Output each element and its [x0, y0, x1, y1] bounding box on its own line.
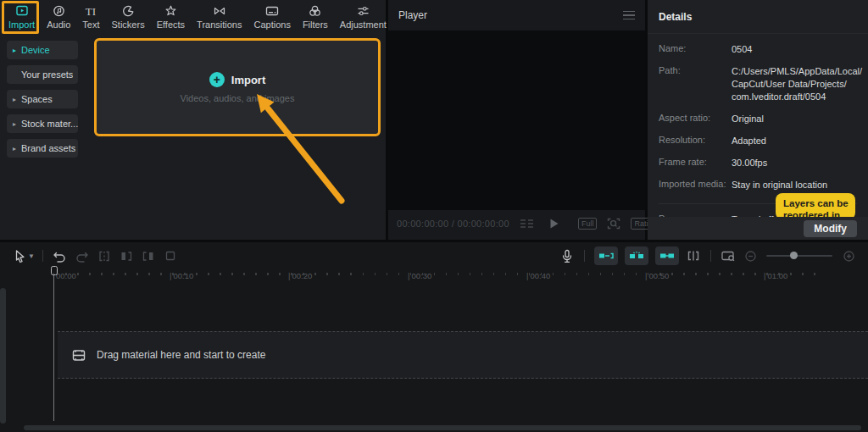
tab-effects[interactable]: Effects [151, 2, 191, 32]
player-title: Player [398, 9, 427, 21]
audio-icon [52, 4, 66, 18]
sidebar-item-brand-assets[interactable]: ▸ Brand assets [7, 139, 78, 158]
tab-captions[interactable]: Captions [248, 2, 296, 32]
toolbar-divider [42, 250, 43, 262]
player-viewport [388, 30, 645, 210]
sidebar-item-stock-materials[interactable]: ▸ Stock mater... [7, 114, 78, 133]
toolbar-divider [584, 250, 585, 262]
tab-adjustment-label: Adjustment [340, 19, 387, 30]
plus-icon: + [209, 72, 225, 87]
tab-audio-label: Audio [47, 19, 70, 30]
playhead-handle[interactable] [51, 266, 58, 275]
tab-import-label: Import [8, 19, 35, 30]
ruler-label: |00:20 [288, 271, 312, 280]
player-controls: 00:00:00:00 / 00:00:00:00 Full Ratio | [388, 213, 645, 235]
timeline-horizontal-scrollbar[interactable] [24, 425, 861, 430]
tab-text-label: Text [82, 19, 99, 30]
layers-tooltip: Layers can be reordered in [776, 193, 855, 219]
timeline-ruler[interactable]: 00:00 |00:10 |00:20 |00:30 |00:40 |00:50… [0, 269, 868, 283]
import-icon [14, 4, 30, 18]
player-panel: Player 00:00:00:00 / 00:00:00:00 Full Ra… [388, 0, 645, 240]
ruler-label: |00:30 [408, 271, 431, 280]
details-panel: Details Name: 0504 Path: C:/Users/PMLS/A… [648, 0, 868, 240]
transitions-icon [212, 4, 227, 18]
text-icon: TI [82, 4, 99, 18]
sidebar-item-spaces[interactable]: ▸ Spaces [7, 90, 78, 108]
tab-audio[interactable]: Audio [41, 2, 76, 32]
zoom-out-icon[interactable] [739, 246, 761, 266]
main-track-dropzone[interactable]: Drag material here and start to create [58, 331, 868, 379]
player-menu-icon[interactable] [623, 11, 635, 20]
chevron-right-icon: ▸ [13, 96, 18, 103]
details-title: Details [659, 11, 692, 23]
sidebar-item-device[interactable]: ▸ Device [7, 41, 78, 59]
delete-icon[interactable] [159, 246, 181, 266]
cursor-dropdown-chevron-icon[interactable]: ▼ [28, 252, 35, 260]
link-clips-icon[interactable] [655, 246, 679, 265]
detail-row-aspect-ratio: Aspect ratio: Original [659, 113, 857, 125]
tab-adjustment[interactable]: Adjustment [334, 2, 392, 32]
ruler-label: |00:10 [170, 271, 193, 280]
delete-right-icon[interactable] [137, 246, 159, 266]
ruler-minor-ticks [53, 273, 816, 275]
ruler-label: 00:00 [56, 271, 76, 280]
import-dropzone-subtitle: Videos, audios, and images [181, 93, 295, 103]
ruler-label: |01:00 [764, 271, 787, 280]
svg-text:TI: TI [86, 5, 96, 18]
modify-button[interactable]: Modify [804, 220, 857, 237]
chevron-right-icon: ▸ [13, 145, 18, 152]
tab-stickers[interactable]: Stickers [106, 2, 151, 32]
zoom-slider-handle[interactable] [790, 252, 798, 259]
details-header: Details [648, 0, 868, 34]
detail-row-path: Path: C:/Users/PMLS/AppData/Local/ CapCu… [659, 65, 857, 103]
auto-snap-icon[interactable] [625, 246, 648, 265]
split-icon[interactable] [93, 246, 115, 266]
play-icon[interactable] [549, 218, 559, 230]
player-timecode: 00:00:00:00 / 00:00:00:00 [397, 219, 509, 229]
player-header: Player [388, 0, 645, 30]
tab-stickers-label: Stickers [112, 19, 145, 30]
tab-filters-label: Filters [303, 19, 328, 30]
effects-icon [164, 4, 178, 18]
media-track-icon [72, 349, 86, 362]
focus-zoom-icon[interactable] [606, 217, 621, 230]
preview-axis-icon[interactable] [682, 246, 704, 266]
timeline-toolbar: ▼ [0, 242, 868, 269]
detail-row-imported-media: Imported media: Stay in original locatio… [659, 179, 857, 191]
timeline-vertical-scrollbar[interactable] [0, 288, 6, 424]
media-tabbar: Import Audio TI Text Stickers Effects Tr… [0, 0, 386, 34]
ruler-label: |00:50 [645, 271, 669, 280]
delete-left-icon[interactable] [115, 246, 137, 266]
tab-captions-label: Captions [253, 19, 290, 30]
capcut-window: Import Audio TI Text Stickers Effects Tr… [0, 0, 868, 432]
full-screen-toggle[interactable]: Full [578, 218, 598, 230]
captions-icon [264, 4, 280, 18]
import-dropzone[interactable]: + Import Videos, audios, and images [95, 40, 380, 136]
adjustment-icon [356, 4, 370, 18]
timeline-panel: ▼ [0, 242, 868, 432]
detail-row-resolution: Resolution: Adapted [659, 135, 857, 147]
tab-text[interactable]: TI Text [76, 2, 105, 32]
drag-material-hint: Drag material here and start to create [97, 349, 265, 361]
timeline-zoom-slider[interactable] [766, 255, 832, 257]
tab-transitions[interactable]: Transitions [191, 2, 248, 32]
record-voiceover-icon[interactable] [556, 246, 578, 266]
detail-row-name: Name: 0504 [659, 43, 857, 56]
chevron-right-icon: ▸ [13, 120, 18, 128]
tab-effects-label: Effects [157, 19, 185, 30]
filters-icon [308, 4, 322, 18]
media-panel: Import Audio TI Text Stickers Effects Tr… [0, 0, 386, 240]
tab-import[interactable]: Import [3, 2, 41, 32]
main-track-magnet-icon[interactable] [594, 246, 618, 265]
detail-row-frame-rate: Frame rate: 30.00fps [659, 157, 857, 169]
chevron-right-icon: ▸ [13, 47, 18, 54]
sidebar-item-your-presets[interactable]: Your presets [7, 65, 78, 84]
frame-list-icon[interactable] [519, 218, 536, 230]
import-dropzone-title: Import [231, 74, 265, 86]
media-sidebar: ▸ Device Your presets ▸ Spaces ▸ Stock m… [7, 41, 78, 158]
render-preview-icon[interactable] [717, 246, 739, 266]
undo-icon[interactable] [49, 246, 71, 266]
redo-icon[interactable] [71, 246, 93, 266]
tab-filters[interactable]: Filters [297, 2, 334, 32]
zoom-in-icon[interactable] [837, 246, 860, 266]
